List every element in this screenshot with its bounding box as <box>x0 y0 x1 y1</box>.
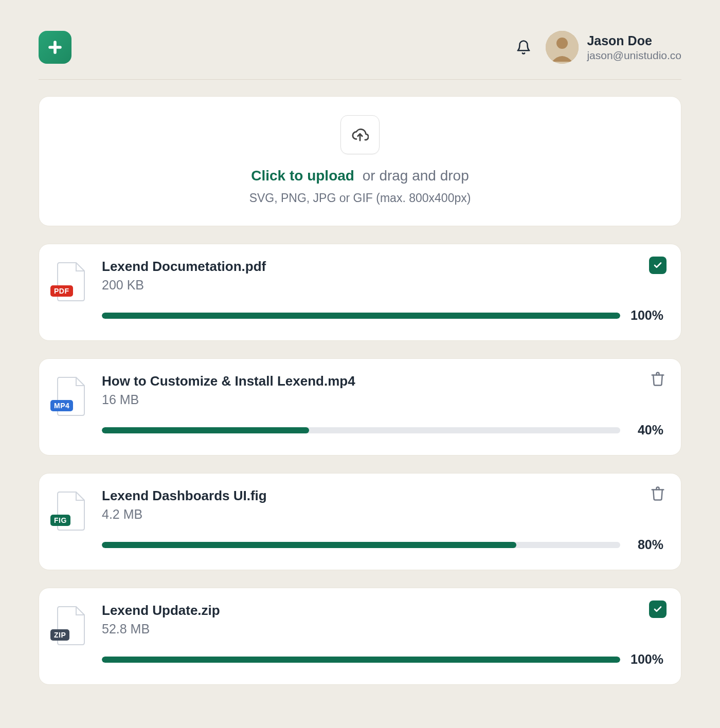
file-name: Lexend Update.zip <box>102 603 663 618</box>
cloud-upload-icon <box>351 126 369 143</box>
file-ext-badge: PDF <box>50 285 73 297</box>
upload-icon-box <box>340 115 380 154</box>
file-complete-badge <box>649 600 667 618</box>
file-ext-badge: MP4 <box>50 400 73 411</box>
file-name: Lexend Documetation.pdf <box>102 259 663 275</box>
file-name: Lexend Dashboards UI.fig <box>102 488 663 504</box>
file-name: How to Customize & Install Lexend.mp4 <box>102 373 663 389</box>
app-logo[interactable] <box>39 31 71 64</box>
file-complete-badge <box>649 257 667 274</box>
upload-cta-line: Click to upload or drag and drop <box>60 168 660 184</box>
progress-bar <box>102 313 620 319</box>
delete-file-button[interactable] <box>649 486 667 503</box>
file-type-icon: MP4 <box>53 375 88 417</box>
svg-point-3 <box>556 38 568 49</box>
trash-icon <box>650 486 665 503</box>
file-card: PDFLexend Documetation.pdf200 KB100% <box>39 244 681 341</box>
user-email: jason@unistudio.co <box>587 49 681 62</box>
file-size: 200 KB <box>102 278 663 293</box>
check-icon <box>649 257 667 274</box>
progress-percent: 80% <box>631 537 663 552</box>
check-icon <box>649 600 667 618</box>
progress-bar <box>102 657 620 663</box>
file-type-icon: PDF <box>53 261 88 303</box>
file-size: 16 MB <box>102 392 663 407</box>
header: Jason Doe jason@unistudio.co <box>39 31 681 80</box>
upload-cta[interactable]: Click to upload <box>251 168 354 184</box>
progress-percent: 100% <box>631 652 663 667</box>
file-card: MP4How to Customize & Install Lexend.mp4… <box>39 358 681 456</box>
bell-icon <box>516 40 531 55</box>
user-menu[interactable]: Jason Doe jason@unistudio.co <box>546 31 681 64</box>
notifications-button[interactable] <box>516 40 531 55</box>
trash-icon <box>650 371 665 389</box>
plus-icon <box>46 39 64 56</box>
upload-drag-text: or drag and drop <box>363 168 469 184</box>
progress-fill <box>102 313 620 319</box>
upload-dropzone[interactable]: Click to upload or drag and drop SVG, PN… <box>39 96 681 226</box>
file-size: 4.2 MB <box>102 507 663 522</box>
file-type-icon: FIG <box>53 490 88 532</box>
progress-bar <box>102 427 620 433</box>
progress-percent: 40% <box>631 423 663 438</box>
file-card: FIGLexend Dashboards UI.fig4.2 MB80% <box>39 473 681 570</box>
progress-fill <box>102 427 309 433</box>
delete-file-button[interactable] <box>649 371 667 389</box>
file-type-icon: ZIP <box>53 605 88 647</box>
progress-fill <box>102 657 620 663</box>
progress-fill <box>102 542 516 548</box>
progress-percent: 100% <box>631 308 663 323</box>
file-ext-badge: ZIP <box>50 629 69 641</box>
file-size: 52.8 MB <box>102 622 663 636</box>
file-card: ZIPLexend Update.zip52.8 MB100% <box>39 588 681 685</box>
user-name: Jason Doe <box>587 33 681 48</box>
file-ext-badge: FIG <box>50 515 70 526</box>
progress-bar <box>102 542 620 548</box>
upload-hint: SVG, PNG, JPG or GIF (max. 800x400px) <box>60 191 660 205</box>
avatar <box>546 31 579 64</box>
